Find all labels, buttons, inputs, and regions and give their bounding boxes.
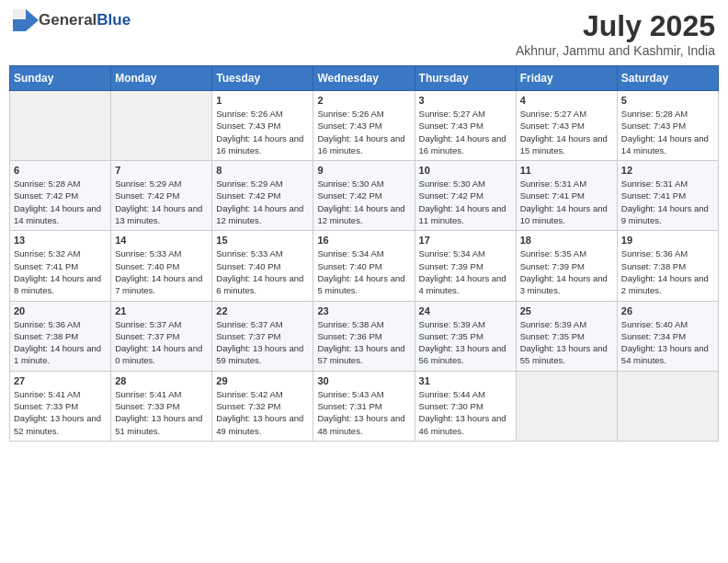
day-number: 26	[621, 305, 714, 316]
logo-general-text: General	[39, 11, 97, 29]
day-info: Sunrise: 5:40 AM Sunset: 7:34 PM Dayligh…	[621, 318, 714, 367]
day-info: Sunrise: 5:44 AM Sunset: 7:30 PM Dayligh…	[419, 388, 512, 437]
calendar-cell: 17Sunrise: 5:34 AM Sunset: 7:39 PM Dayli…	[415, 231, 516, 301]
calendar-table: SundayMondayTuesdayWednesdayThursdayFrid…	[9, 65, 719, 442]
calendar-cell: 3Sunrise: 5:27 AM Sunset: 7:43 PM Daylig…	[415, 91, 516, 161]
day-info: Sunrise: 5:29 AM Sunset: 7:42 PM Dayligh…	[216, 178, 309, 226]
day-number: 31	[419, 375, 512, 386]
day-number: 16	[317, 235, 410, 246]
weekday-header-wednesday: Wednesday	[313, 66, 415, 91]
weekday-header-tuesday: Tuesday	[212, 66, 313, 91]
calendar-cell: 16Sunrise: 5:34 AM Sunset: 7:40 PM Dayli…	[313, 231, 415, 301]
day-number: 24	[419, 305, 512, 316]
day-number: 12	[621, 165, 714, 176]
day-number: 27	[14, 375, 107, 386]
day-number: 30	[317, 375, 410, 386]
day-info: Sunrise: 5:41 AM Sunset: 7:33 PM Dayligh…	[115, 388, 208, 437]
calendar-cell: 7Sunrise: 5:29 AM Sunset: 7:42 PM Daylig…	[111, 161, 212, 231]
calendar-week-row: 1Sunrise: 5:26 AM Sunset: 7:43 PM Daylig…	[10, 91, 719, 161]
calendar-cell: 13Sunrise: 5:32 AM Sunset: 7:41 PM Dayli…	[10, 231, 111, 301]
calendar-cell: 20Sunrise: 5:36 AM Sunset: 7:38 PM Dayli…	[10, 301, 111, 371]
day-info: Sunrise: 5:37 AM Sunset: 7:37 PM Dayligh…	[115, 318, 208, 367]
weekday-header-friday: Friday	[516, 66, 617, 91]
day-number: 1	[216, 95, 309, 106]
day-number: 23	[317, 305, 410, 316]
day-number: 3	[419, 95, 512, 106]
logo: GeneralBlue	[13, 9, 131, 31]
day-number: 8	[216, 165, 309, 176]
day-info: Sunrise: 5:28 AM Sunset: 7:43 PM Dayligh…	[621, 108, 714, 156]
day-number: 15	[216, 235, 309, 246]
calendar-cell: 26Sunrise: 5:40 AM Sunset: 7:34 PM Dayli…	[617, 301, 718, 371]
calendar-cell: 11Sunrise: 5:31 AM Sunset: 7:41 PM Dayli…	[516, 161, 617, 231]
calendar-cell: 27Sunrise: 5:41 AM Sunset: 7:33 PM Dayli…	[10, 371, 111, 441]
title-section: July 2025 Akhnur, Jammu and Kashmir, Ind…	[516, 9, 715, 58]
day-info: Sunrise: 5:43 AM Sunset: 7:31 PM Dayligh…	[317, 388, 410, 437]
calendar-week-row: 20Sunrise: 5:36 AM Sunset: 7:38 PM Dayli…	[10, 301, 719, 371]
calendar-cell: 22Sunrise: 5:37 AM Sunset: 7:37 PM Dayli…	[212, 301, 313, 371]
calendar-cell	[10, 91, 111, 161]
calendar-cell: 28Sunrise: 5:41 AM Sunset: 7:33 PM Dayli…	[111, 371, 212, 441]
day-number: 10	[419, 165, 512, 176]
day-info: Sunrise: 5:28 AM Sunset: 7:42 PM Dayligh…	[14, 178, 107, 226]
day-info: Sunrise: 5:41 AM Sunset: 7:33 PM Dayligh…	[14, 388, 107, 437]
day-number: 7	[115, 165, 208, 176]
calendar-cell: 9Sunrise: 5:30 AM Sunset: 7:42 PM Daylig…	[313, 161, 415, 231]
day-number: 9	[317, 165, 410, 176]
day-info: Sunrise: 5:33 AM Sunset: 7:40 PM Dayligh…	[216, 247, 309, 296]
location-text: Akhnur, Jammu and Kashmir, India	[516, 43, 715, 58]
day-info: Sunrise: 5:42 AM Sunset: 7:32 PM Dayligh…	[216, 388, 309, 437]
day-number: 19	[621, 235, 714, 246]
calendar-week-row: 6Sunrise: 5:28 AM Sunset: 7:42 PM Daylig…	[10, 161, 719, 231]
day-info: Sunrise: 5:39 AM Sunset: 7:35 PM Dayligh…	[419, 318, 512, 367]
day-number: 29	[216, 375, 309, 386]
calendar-cell: 24Sunrise: 5:39 AM Sunset: 7:35 PM Dayli…	[415, 301, 516, 371]
day-number: 14	[115, 235, 208, 246]
calendar-cell: 30Sunrise: 5:43 AM Sunset: 7:31 PM Dayli…	[313, 371, 415, 441]
day-info: Sunrise: 5:27 AM Sunset: 7:43 PM Dayligh…	[520, 108, 613, 156]
calendar-cell: 21Sunrise: 5:37 AM Sunset: 7:37 PM Dayli…	[111, 301, 212, 371]
day-number: 2	[317, 95, 410, 106]
day-number: 6	[14, 165, 107, 176]
calendar-cell: 18Sunrise: 5:35 AM Sunset: 7:39 PM Dayli…	[516, 231, 617, 301]
day-info: Sunrise: 5:26 AM Sunset: 7:43 PM Dayligh…	[216, 108, 309, 156]
calendar-cell: 14Sunrise: 5:33 AM Sunset: 7:40 PM Dayli…	[111, 231, 212, 301]
day-number: 21	[115, 305, 208, 316]
calendar-week-row: 27Sunrise: 5:41 AM Sunset: 7:33 PM Dayli…	[10, 371, 719, 441]
day-number: 5	[621, 95, 714, 106]
calendar-cell: 12Sunrise: 5:31 AM Sunset: 7:41 PM Dayli…	[617, 161, 718, 231]
calendar-cell: 19Sunrise: 5:36 AM Sunset: 7:38 PM Dayli…	[617, 231, 718, 301]
calendar-cell: 6Sunrise: 5:28 AM Sunset: 7:42 PM Daylig…	[10, 161, 111, 231]
calendar-cell: 25Sunrise: 5:39 AM Sunset: 7:35 PM Dayli…	[516, 301, 617, 371]
calendar-cell: 31Sunrise: 5:44 AM Sunset: 7:30 PM Dayli…	[415, 371, 516, 441]
month-year-title: July 2025	[516, 9, 715, 43]
calendar-cell: 2Sunrise: 5:26 AM Sunset: 7:43 PM Daylig…	[313, 91, 415, 161]
svg-rect-2	[13, 9, 26, 19]
calendar-cell: 1Sunrise: 5:26 AM Sunset: 7:43 PM Daylig…	[212, 91, 313, 161]
day-number: 25	[520, 305, 613, 316]
day-info: Sunrise: 5:31 AM Sunset: 7:41 PM Dayligh…	[621, 178, 714, 226]
logo-icon	[13, 9, 39, 31]
day-info: Sunrise: 5:39 AM Sunset: 7:35 PM Dayligh…	[520, 318, 613, 367]
day-info: Sunrise: 5:27 AM Sunset: 7:43 PM Dayligh…	[419, 108, 512, 156]
weekday-header-sunday: Sunday	[10, 66, 111, 91]
weekday-header-saturday: Saturday	[617, 66, 718, 91]
day-info: Sunrise: 5:37 AM Sunset: 7:37 PM Dayligh…	[216, 318, 309, 367]
day-info: Sunrise: 5:30 AM Sunset: 7:42 PM Dayligh…	[419, 178, 512, 226]
weekday-header-row: SundayMondayTuesdayWednesdayThursdayFrid…	[10, 66, 719, 91]
day-number: 17	[419, 235, 512, 246]
day-info: Sunrise: 5:35 AM Sunset: 7:39 PM Dayligh…	[520, 247, 613, 296]
day-number: 4	[520, 95, 613, 106]
calendar-cell: 10Sunrise: 5:30 AM Sunset: 7:42 PM Dayli…	[415, 161, 516, 231]
day-number: 28	[115, 375, 208, 386]
weekday-header-thursday: Thursday	[415, 66, 516, 91]
day-info: Sunrise: 5:36 AM Sunset: 7:38 PM Dayligh…	[621, 247, 714, 296]
day-info: Sunrise: 5:32 AM Sunset: 7:41 PM Dayligh…	[14, 247, 107, 296]
page-header: GeneralBlue July 2025 Akhnur, Jammu and …	[9, 9, 719, 58]
calendar-cell	[617, 371, 718, 441]
svg-marker-1	[26, 9, 39, 31]
day-number: 22	[216, 305, 309, 316]
logo-blue-text: Blue	[97, 11, 131, 29]
calendar-cell: 15Sunrise: 5:33 AM Sunset: 7:40 PM Dayli…	[212, 231, 313, 301]
calendar-cell	[111, 91, 212, 161]
